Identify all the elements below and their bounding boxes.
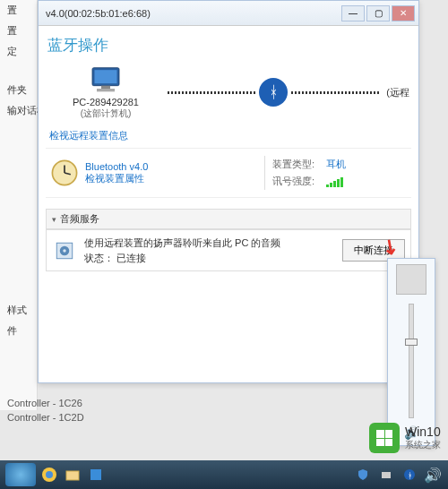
sidebar-item[interactable]: 件夹 <box>0 80 37 100</box>
pc-name: PC-289429281 <box>47 97 164 107</box>
signal-strength-icon <box>326 176 343 187</box>
collapse-icon: ▾ <box>52 215 56 224</box>
svg-rect-13 <box>90 469 101 480</box>
window-title: v4.0(00:02:5b:01:e6:68) <box>42 8 341 19</box>
taskbar-folder-icon[interactable] <box>63 465 82 485</box>
volume-device-icon[interactable] <box>396 264 426 295</box>
audio-description: 使用远程装置的扬声器聆听来自此 PC 的音频 <box>84 236 335 251</box>
device-info-row: Bluetooth v4.0 检视装置属性 装置类型: 耳机 讯号强度: <box>46 148 411 198</box>
svg-rect-12 <box>66 471 79 480</box>
bluetooth-version: Bluetooth v4.0 <box>85 161 264 172</box>
tray-network-icon[interactable] <box>376 465 396 485</box>
volume-panel: 🔊 <box>387 258 435 446</box>
sidebar-item[interactable]: 样式 <box>0 300 37 321</box>
sidebar-item[interactable]: 置 <box>0 0 37 21</box>
view-properties-link[interactable]: 检视装置属性 <box>85 172 264 185</box>
start-button[interactable] <box>5 463 36 486</box>
sidebar-item[interactable]: 置 <box>0 21 37 41</box>
signal-label: 讯号强度: <box>272 175 326 188</box>
left-sidebar: 置 置 定 件夹 输对话框 样式 件 <box>0 0 38 410</box>
svg-text:ᚼ: ᚼ <box>408 471 412 480</box>
audio-service-box: 使用远程装置的扬声器聆听来自此 PC 的音频 状态： 已连接 中断连接 <box>46 229 411 271</box>
svg-point-9 <box>63 249 66 253</box>
connection-line <box>168 91 255 94</box>
controller-list: Controller - 1C26 Controller - 1C2D <box>0 396 215 425</box>
bluetooth-icon: ᚼ <box>259 78 288 107</box>
device-type-value: 耳机 <box>326 158 346 171</box>
svg-rect-3 <box>97 89 115 91</box>
minimize-button[interactable]: — <box>341 5 365 21</box>
close-button[interactable]: ✕ <box>392 5 415 21</box>
svg-rect-1 <box>95 70 117 83</box>
maximize-button[interactable]: ▢ <box>366 5 390 21</box>
svg-rect-2 <box>101 86 110 89</box>
spec-block: 装置类型: 耳机 讯号强度: <box>264 156 408 190</box>
local-pc-block: PC-289429281 (这部计算机) <box>47 64 164 120</box>
remote-label: (远程 <box>383 86 409 99</box>
audio-section-title: 音频服务 <box>60 212 99 226</box>
taskbar[interactable]: ᚼ 🔊 <box>0 460 448 489</box>
titlebar[interactable]: v4.0(00:02:5b:01:e6:68) — ▢ ✕ <box>39 1 418 26</box>
tray-shield-icon[interactable] <box>353 465 373 485</box>
controller-item[interactable]: Controller - 1C26 <box>0 396 215 410</box>
page-title: 蓝牙操作 <box>46 31 411 57</box>
clock-icon <box>49 158 80 188</box>
tray-volume-icon[interactable]: 🔊 <box>423 465 443 485</box>
sidebar-item[interactable]: 输对话框 <box>0 100 37 121</box>
svg-rect-14 <box>382 472 391 478</box>
sidebar-item[interactable]: 定 <box>0 41 37 62</box>
computer-icon <box>88 64 124 95</box>
svg-point-11 <box>46 471 53 478</box>
audio-section-header[interactable]: ▾ 音频服务 <box>46 209 411 229</box>
view-remote-info-link[interactable]: 检视远程装置信息 <box>49 129 128 142</box>
taskbar-app-icon[interactable] <box>86 465 106 485</box>
watermark: Win10 系统之家 <box>369 423 441 453</box>
controller-item[interactable]: Controller - 1C2D <box>0 410 215 425</box>
windows-logo-icon <box>369 423 400 453</box>
watermark-site: 系统之家 <box>405 439 441 451</box>
volume-thumb[interactable] <box>405 339 418 346</box>
pc-subtitle: (这部计算机) <box>47 107 164 120</box>
audio-status-value: 已连接 <box>116 253 146 263</box>
bluetooth-window: v4.0(00:02:5b:01:e6:68) — ▢ ✕ 蓝牙操作 PC-28… <box>38 0 419 383</box>
sidebar-item[interactable]: 件 <box>0 321 37 341</box>
audio-status-label: 状态： <box>84 253 114 263</box>
device-type-label: 装置类型: <box>272 158 326 171</box>
device-row: PC-289429281 (这部计算机) ᚼ (远程 <box>46 57 411 127</box>
connection-line <box>291 91 379 94</box>
watermark-brand: Win10 <box>405 425 441 439</box>
taskbar-chrome-icon[interactable] <box>39 465 59 485</box>
speaker-icon <box>52 238 77 263</box>
tray-bluetooth-icon[interactable]: ᚼ <box>400 465 419 485</box>
volume-slider[interactable] <box>409 304 414 418</box>
